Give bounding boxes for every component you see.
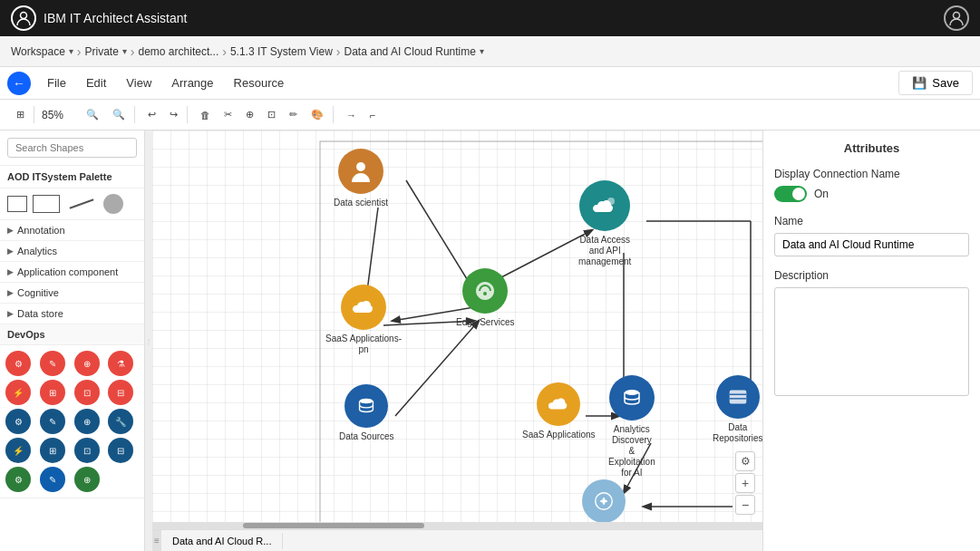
menu-view[interactable]: View	[117, 72, 160, 93]
devops-icon-16[interactable]: ⚙	[5, 467, 31, 492]
node-data-access-label: Data Accessand APImanagement	[578, 235, 631, 267]
undo-button[interactable]: ↩	[142, 106, 161, 123]
back-button[interactable]: ←	[7, 72, 31, 95]
breadcrumb-demo[interactable]: demo architect...	[139, 45, 219, 58]
save-button[interactable]: 💾 Save	[898, 71, 973, 95]
shape-square-small[interactable]	[7, 196, 27, 212]
name-input[interactable]	[774, 233, 969, 256]
devops-icon-15[interactable]: ⊟	[108, 438, 133, 463]
palette-section-analytics[interactable]: ▶ Analytics	[0, 241, 144, 262]
redo-button[interactable]: ↪	[164, 106, 183, 123]
node-saas-apps[interactable]: SaaS Applications	[522, 382, 596, 440]
node-data-access[interactable]: Data Accessand APImanagement	[578, 180, 631, 267]
menu-resource[interactable]: Resource	[225, 72, 294, 93]
svg-point-16	[356, 162, 365, 171]
palette-section-annotation[interactable]: ▶ Annotation	[0, 220, 144, 241]
toolbar-zoom-group: 85% 🔍 🔍	[38, 106, 135, 123]
node-data-scientist-label: Data scientist	[334, 198, 388, 208]
breadcrumb-private[interactable]: Private ▾	[84, 45, 126, 58]
node-data-scientist[interactable]: Data scientist	[334, 149, 388, 208]
devops-icon-14[interactable]: ⊡	[74, 438, 100, 463]
breadcrumb-workspace[interactable]: Workspace ▾	[11, 45, 73, 58]
palette-section-data-store[interactable]: ▶ Data store	[0, 304, 144, 324]
zoom-out-button[interactable]: 🔍	[107, 106, 131, 123]
node-analytics[interactable]: AnalyticsDiscovery&Exploitationfor AI	[608, 375, 655, 478]
tab-menu-icon[interactable]: ≡	[152, 530, 161, 551]
breadcrumb-data-ai[interactable]: Data and AI Cloud Runtime ▾	[344, 45, 484, 58]
connector-button[interactable]: ⌐	[364, 107, 381, 123]
main-area: AOD ITSystem Palette ▶ Annotation ▶ Anal…	[0, 130, 980, 551]
devops-icon-8[interactable]: ⚙	[5, 409, 31, 434]
node-saas-apps-pn-label: SaaS Applications-pn	[323, 334, 404, 355]
node-edge-services[interactable]: Edge Services	[456, 268, 514, 328]
devops-icon-1[interactable]: ✎	[40, 351, 65, 376]
shape-circle[interactable]	[103, 194, 123, 214]
scrollbar-thumb[interactable]	[243, 523, 424, 528]
zoom-level-display: 85%	[42, 109, 78, 121]
node-data-sources-label: Data Sources	[339, 431, 394, 442]
svg-point-1	[954, 13, 960, 19]
node-analytics-label: AnalyticsDiscovery&Exploitationfor AI	[608, 424, 655, 478]
menu-file[interactable]: File	[38, 72, 75, 93]
devops-icon-13[interactable]: ⊞	[40, 438, 65, 463]
top-bar: IBM IT Architect Assistant	[0, 0, 980, 36]
data-ai-dropdown-icon: ▾	[480, 46, 484, 56]
devops-icon-2[interactable]: ⊕	[74, 351, 100, 376]
description-textarea[interactable]	[774, 287, 969, 396]
devops-icon-6[interactable]: ⊡	[74, 380, 100, 405]
node-edge-services-label: Edge Services	[456, 317, 514, 328]
panel-toggle-button[interactable]: ⊞	[11, 106, 30, 123]
toolbar-connector-group: → ⌐	[337, 107, 384, 123]
devops-icon-4[interactable]: ⚡	[5, 380, 31, 405]
copy-button[interactable]: ⊕	[240, 106, 259, 123]
canvas-area[interactable]: Data scientist Edge Services	[152, 130, 762, 551]
palette-section-app-component[interactable]: ▶ Application component	[0, 262, 144, 283]
arrow-button[interactable]: →	[341, 107, 362, 123]
format-button[interactable]: ✏	[284, 106, 303, 123]
shape-square-large[interactable]	[33, 195, 60, 213]
menu-edit[interactable]: Edit	[77, 72, 115, 93]
attributes-panel-title: Attributes	[774, 141, 969, 155]
bc-sep-3: ›	[222, 44, 227, 59]
horizontal-scrollbar[interactable]	[152, 522, 762, 529]
paste-button[interactable]: ⊡	[262, 106, 281, 123]
paint-button[interactable]: 🎨	[306, 106, 329, 123]
svg-line-13	[395, 321, 479, 416]
devops-icon-17[interactable]: ✎	[40, 467, 65, 492]
diagram-arrows	[152, 130, 762, 551]
bc-sep-1: ›	[77, 44, 82, 59]
devops-icon-10[interactable]: ⊕	[74, 409, 100, 434]
sidebar-resize-handle[interactable]: ⋮	[145, 130, 152, 551]
node-data-repos[interactable]: Data Repositories	[713, 375, 762, 444]
devops-icon-5[interactable]: ⊞	[40, 380, 65, 405]
zoom-minus-button[interactable]: −	[735, 495, 755, 515]
node-data-repos-label: Data Repositories	[713, 422, 762, 444]
delete-button[interactable]: 🗑	[195, 107, 216, 123]
devops-icon-0[interactable]: ⚙	[5, 351, 31, 376]
menu-arrange[interactable]: Arrange	[162, 72, 222, 93]
shape-line[interactable]	[70, 198, 94, 208]
devops-icon-12[interactable]: ⚡	[5, 438, 31, 463]
search-box	[0, 130, 144, 166]
devops-icon-7[interactable]: ⊟	[108, 380, 133, 405]
zoom-plus-button[interactable]: +	[735, 473, 755, 493]
zoom-gear-button[interactable]: ⚙	[735, 451, 755, 471]
devops-icon-3[interactable]: ⚗	[108, 351, 133, 376]
user-icon[interactable]	[944, 5, 969, 31]
node-saas-apps-pn[interactable]: SaaS Applications-pn	[323, 285, 404, 355]
svg-point-18	[607, 198, 615, 205]
zoom-in-button[interactable]: 🔍	[81, 106, 104, 123]
node-data-sources[interactable]: Data Sources	[339, 384, 394, 442]
devops-icon-11[interactable]: 🔧	[108, 409, 133, 434]
canvas-tab-0[interactable]: Data and AI Cloud R...	[161, 533, 283, 549]
cut-button[interactable]: ✂	[218, 106, 238, 123]
search-input[interactable]	[7, 138, 137, 158]
breadcrumb-system-view[interactable]: 5.1.3 IT System View	[230, 45, 333, 58]
cognitive-arrow-icon: ▶	[7, 288, 14, 297]
palette-section-cognitive[interactable]: ▶ Cognitive	[0, 283, 144, 304]
display-connection-toggle[interactable]	[774, 186, 807, 202]
devops-icon-9[interactable]: ✎	[40, 409, 65, 434]
svg-rect-20	[730, 391, 747, 404]
sidebar: AOD ITSystem Palette ▶ Annotation ▶ Anal…	[0, 130, 145, 551]
devops-icon-18[interactable]: ⊕	[74, 467, 100, 492]
